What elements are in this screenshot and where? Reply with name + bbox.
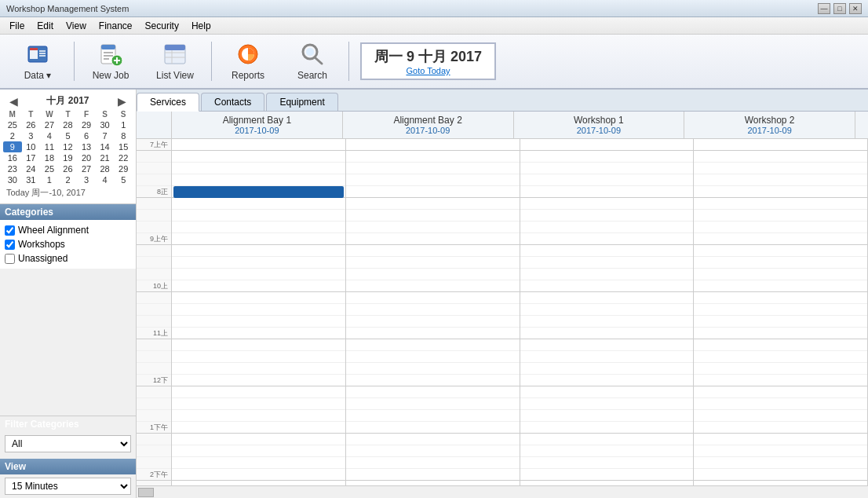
schedule-slot[interactable] [694,375,867,386]
schedule-slot[interactable] [694,445,867,457]
calendar-day[interactable]: 25 [3,119,22,130]
calendar-day[interactable]: 2 [3,130,22,141]
calendar-day[interactable]: 19 [59,152,78,163]
category-checkbox[interactable] [5,240,15,250]
calendar-day[interactable]: 9 [3,141,22,152]
category-checkbox[interactable] [5,225,15,236]
schedule-slot[interactable] [346,445,520,457]
schedule-slot[interactable] [346,339,520,351]
schedule-slot[interactable] [694,457,867,469]
schedule-slot[interactable] [172,398,345,410]
schedule-slot[interactable] [520,445,694,457]
schedule-slot[interactable] [172,339,345,351]
schedule-slot[interactable] [346,257,520,269]
calendar-day[interactable]: 16 [3,152,22,163]
calendar-day[interactable]: 26 [22,119,41,130]
calendar-day[interactable]: 8 [114,130,133,141]
schedule-slot[interactable] [694,151,867,163]
schedule-slot[interactable] [520,351,694,363]
schedule-slot[interactable] [346,186,520,198]
schedule-slot[interactable] [694,222,867,233]
calendar-day[interactable]: 1 [40,174,59,185]
schedule-slot[interactable] [520,386,694,398]
calendar-day[interactable]: 7 [96,130,115,141]
calendar-day[interactable]: 15 [114,141,133,152]
calendar-day[interactable]: 14 [96,141,115,152]
schedule-slot[interactable] [172,469,345,481]
schedule-slot[interactable] [694,245,867,257]
schedule-slot[interactable] [520,292,694,304]
schedule-slot[interactable] [172,245,345,257]
schedule-slot[interactable] [694,163,867,174]
calendar-day[interactable]: 28 [96,163,115,174]
calendar-day[interactable]: 13 [77,141,96,152]
schedule-slot[interactable] [694,269,867,280]
menu-file[interactable]: File [3,19,31,33]
schedule-slot[interactable] [172,316,345,328]
calendar-day[interactable]: 30 [3,174,22,185]
schedule-slot[interactable] [694,257,867,269]
schedule-slot[interactable] [172,422,345,434]
schedule-slot[interactable] [172,328,345,339]
schedule-slot[interactable] [694,316,867,328]
menu-security[interactable]: Security [139,19,185,33]
schedule-slot[interactable] [520,457,694,469]
schedule-slot[interactable] [694,410,867,422]
schedule-slot[interactable] [520,469,694,481]
schedule-slot[interactable] [172,210,345,222]
schedule-slot[interactable] [694,304,867,316]
schedule-slot[interactable] [172,163,345,174]
tab-equipment[interactable]: Equipment [266,93,337,111]
schedule-slot[interactable] [520,186,694,198]
schedule-slot[interactable] [346,269,520,280]
calendar-day[interactable]: 27 [77,163,96,174]
schedule-slot[interactable] [172,457,345,469]
schedule-slot[interactable] [694,363,867,375]
calendar-day[interactable]: 2 [59,174,78,185]
schedule-slot[interactable] [694,328,867,339]
schedule-slot[interactable] [172,304,345,316]
cal-prev[interactable]: ◀ [6,95,21,108]
schedule-slot[interactable] [346,351,520,363]
schedule-slot[interactable] [694,339,867,351]
calendar-day[interactable]: 30 [96,119,115,130]
list-view-button[interactable]: List View [144,38,206,84]
menu-help[interactable]: Help [185,19,217,33]
new-job-button[interactable]: New Job [79,38,142,84]
calendar-day[interactable]: 22 [114,152,133,163]
schedule-slot[interactable] [694,386,867,398]
schedule-slot[interactable] [346,222,520,233]
schedule-slot[interactable] [520,339,694,351]
menu-finance[interactable]: Finance [93,19,139,33]
schedule-slot[interactable] [172,351,345,363]
calendar-day[interactable]: 28 [59,119,78,130]
calendar-day[interactable]: 21 [96,152,115,163]
schedule-slot[interactable] [694,186,867,198]
schedule-slot[interactable] [694,198,867,210]
calendar-day[interactable]: 12 [59,141,78,152]
schedule-slot[interactable] [346,363,520,375]
schedule-slot[interactable] [172,386,345,398]
schedule-slot[interactable] [520,163,694,174]
schedule-slot[interactable] [520,139,694,151]
calendar-day[interactable]: 5 [59,130,78,141]
schedule-slot[interactable] [520,269,694,280]
schedule-slot[interactable] [346,386,520,398]
schedule-slot[interactable] [694,469,867,481]
schedule-slot[interactable] [694,233,867,245]
calendar-day[interactable]: 11 [40,141,59,152]
calendar-day[interactable]: 23 [3,163,22,174]
data-button[interactable]: Data ▾ [6,38,69,84]
schedule-slot[interactable] [520,481,694,485]
schedule-slot[interactable] [172,269,345,280]
scroll-thumb[interactable] [138,488,154,497]
schedule-slot[interactable] [346,280,520,292]
schedule-slot[interactable] [346,328,520,339]
schedule-slot[interactable] [346,245,520,257]
schedule-slot[interactable] [346,151,520,163]
calendar-day[interactable]: 20 [77,152,96,163]
schedule-slot[interactable] [172,375,345,386]
schedule-slot[interactable] [520,245,694,257]
schedule-slot[interactable] [346,304,520,316]
schedule-slot[interactable] [694,351,867,363]
